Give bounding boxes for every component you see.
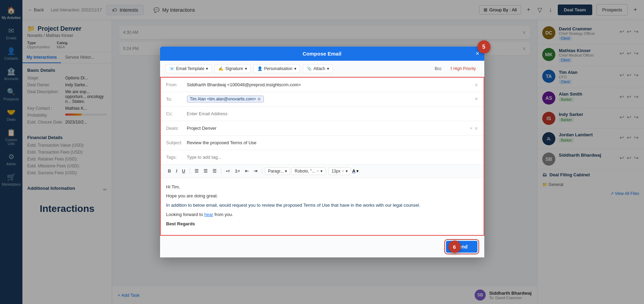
align-left-button[interactable]: ☰ — [193, 167, 200, 175]
align-center-button[interactable]: ☰ — [202, 167, 209, 175]
deals-actions: × ∨ — [470, 126, 478, 131]
signature-button[interactable]: ✍ Signature ▾ — [215, 64, 250, 73]
font-chevron[interactable]: ▾ — [320, 169, 323, 174]
bold-button[interactable]: B — [166, 167, 173, 175]
body-line2: Hope you are doing great. — [166, 193, 478, 200]
email-template-icon: 📧 — [169, 66, 175, 71]
attach-icon: 📎 — [307, 66, 312, 71]
numbered-list-button[interactable]: 1≡ — [233, 167, 242, 175]
deals-clear[interactable]: × — [470, 126, 473, 131]
to-field-wrap: Tim Alan <tim.alan@xnovartis.com> ⊗ — [187, 96, 475, 102]
italic-button[interactable]: I — [174, 167, 179, 175]
priority-icon: ! — [450, 66, 452, 71]
to-clear-button[interactable]: × — [475, 96, 478, 102]
signature-icon: ✍ — [218, 66, 224, 71]
attach-button[interactable]: 📎 Attach ▾ — [303, 64, 333, 73]
personalisation-chevron: ▾ — [294, 66, 296, 71]
chip-close-button[interactable]: ⊗ — [257, 97, 261, 101]
font-select-wrap: Roboto, "... × ▾ 13px × ▾ — [291, 167, 351, 175]
signature-chevron: ▾ — [245, 66, 247, 71]
to-field: To: Tim Alan <tim.alan@xnovartis.com> ⊗ … — [161, 92, 484, 107]
text-color-button[interactable]: A ▾ — [352, 168, 359, 174]
bcc-button[interactable]: Bcc — [431, 65, 445, 73]
underline-button[interactable]: U — [180, 167, 187, 175]
modal-header: Compose Email × 5 — [160, 47, 484, 61]
body-line3: In addition to below email, would reques… — [166, 202, 478, 209]
compose-body: From Siddharth Bhardwaj <100048@preprod.… — [160, 77, 484, 236]
deals-field: Deals: Project Denver × ∨ — [161, 121, 484, 136]
cc-input[interactable] — [187, 111, 478, 116]
hear-link[interactable]: hear — [204, 212, 213, 217]
rte-sep2 — [221, 168, 221, 174]
deals-chevron[interactable]: ∨ — [475, 126, 478, 131]
to-chip: Tim Alan <tim.alan@xnovartis.com> ⊗ — [187, 96, 264, 102]
font-clear[interactable]: × — [317, 169, 319, 174]
compose-modal: Compose Email × 5 📧 Email Template ▾ ✍ S… — [160, 47, 484, 258]
subject-input[interactable] — [187, 140, 478, 145]
para-chevron: ▾ — [285, 169, 287, 174]
bullet-list-button[interactable]: •≡ — [224, 167, 232, 175]
font-size-select[interactable]: 13px × ▾ — [328, 167, 351, 175]
compose-toolbar: 📧 Email Template ▾ ✍ Signature ▾ 👤 Perso… — [160, 61, 484, 77]
paragraph-select[interactable]: Paragr... ▾ — [265, 167, 290, 175]
step-5-badge: 5 — [477, 40, 491, 53]
email-template-button[interactable]: 📧 Email Template ▾ — [166, 64, 212, 73]
high-priority-button[interactable]: ! High Priority — [448, 65, 478, 73]
subject-field: Subject: — [161, 136, 484, 150]
indent-in-button[interactable]: ⇥ — [252, 167, 259, 175]
personalisation-icon: 👤 — [257, 66, 262, 71]
from-value: Siddharth Bhardwaj <100048@preprod.insig… — [187, 82, 472, 87]
rte-toolbar: B I U ☰ ☰ ☰ •≡ 1≡ ⇤ ⇥ Paragr... ▾ — [161, 165, 484, 178]
from-field: From Siddharth Bhardwaj <100048@preprod.… — [161, 78, 484, 92]
size-clear[interactable]: × — [342, 169, 344, 174]
attach-chevron: ▾ — [327, 66, 329, 71]
color-chevron: ▾ — [356, 168, 359, 174]
align-right-button[interactable]: ☰ — [211, 167, 218, 175]
tags-input[interactable] — [187, 155, 478, 160]
body-line4: Looking forward to hear from you. — [166, 211, 478, 218]
step-6-badge: 6 — [448, 241, 461, 253]
body-line1: Hi Tim, — [166, 184, 478, 191]
from-chevron[interactable]: ∨ — [475, 82, 478, 87]
cc-field: Cc: — [161, 107, 484, 121]
email-body[interactable]: Hi Tim, Hope you are doing great. In add… — [161, 178, 484, 235]
modal-overlay: Compose Email × 5 📧 Email Template ▾ ✍ S… — [0, 0, 644, 304]
indent-out-button[interactable]: ⇤ — [243, 167, 250, 175]
tags-field: Tags: — [161, 150, 484, 165]
rte-sep3 — [262, 168, 262, 174]
email-template-chevron: ▾ — [206, 66, 208, 71]
personalisation-button[interactable]: 👤 Personalisation ▾ — [254, 64, 300, 73]
font-name-select[interactable]: Roboto, "... × ▾ — [291, 167, 326, 175]
modal-title: Compose Email — [303, 51, 341, 57]
body-line5: Best Regards — [166, 220, 478, 228]
modal-footer: 6 Send — [160, 236, 484, 257]
deals-value: Project Denver — [187, 126, 470, 131]
size-chevron[interactable]: ▾ — [346, 169, 348, 174]
rte-sep1 — [190, 168, 190, 174]
